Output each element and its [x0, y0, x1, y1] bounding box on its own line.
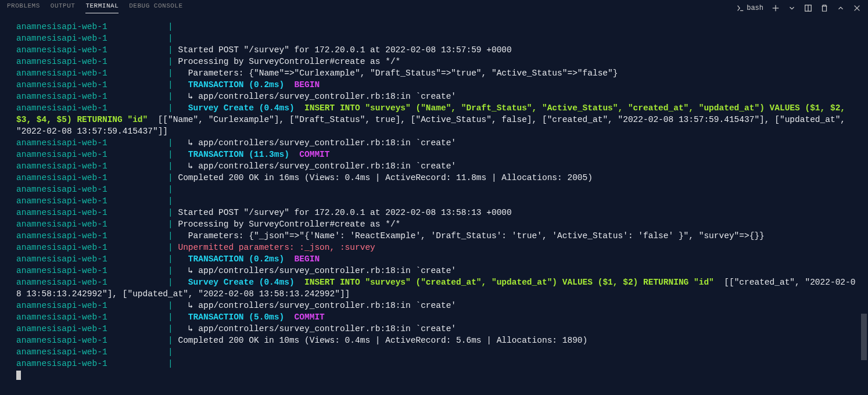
scrollbar-thumb[interactable] — [861, 314, 867, 360]
panel-actions: bash — [736, 4, 861, 12]
new-terminal-icon[interactable] — [772, 4, 780, 12]
scrollbar[interactable] — [861, 23, 867, 383]
tab-output[interactable]: OUTPUT — [51, 2, 76, 13]
tab-problems[interactable]: PROBLEMS — [7, 2, 40, 13]
terminal-dropdown-icon[interactable] — [788, 4, 796, 12]
close-panel-icon[interactable] — [853, 4, 861, 12]
terminal-icon — [736, 4, 744, 12]
terminal-shell-selector[interactable]: bash — [736, 4, 763, 12]
kill-terminal-icon[interactable] — [820, 4, 828, 12]
panel-tabs: PROBLEMS OUTPUT TERMINAL DEBUG CONSOLE — [7, 2, 736, 13]
terminal-output[interactable]: anamnesisapi-web-1 | anamnesisapi-web-1 … — [0, 16, 868, 386]
terminal-cursor — [16, 371, 21, 380]
split-terminal-icon[interactable] — [804, 4, 812, 12]
maximize-panel-icon[interactable] — [837, 4, 845, 12]
tab-debug-console[interactable]: DEBUG CONSOLE — [129, 2, 182, 13]
shell-name: bash — [747, 4, 763, 12]
tab-terminal[interactable]: TERMINAL — [85, 2, 119, 13]
panel-header: PROBLEMS OUTPUT TERMINAL DEBUG CONSOLE b… — [0, 0, 868, 16]
